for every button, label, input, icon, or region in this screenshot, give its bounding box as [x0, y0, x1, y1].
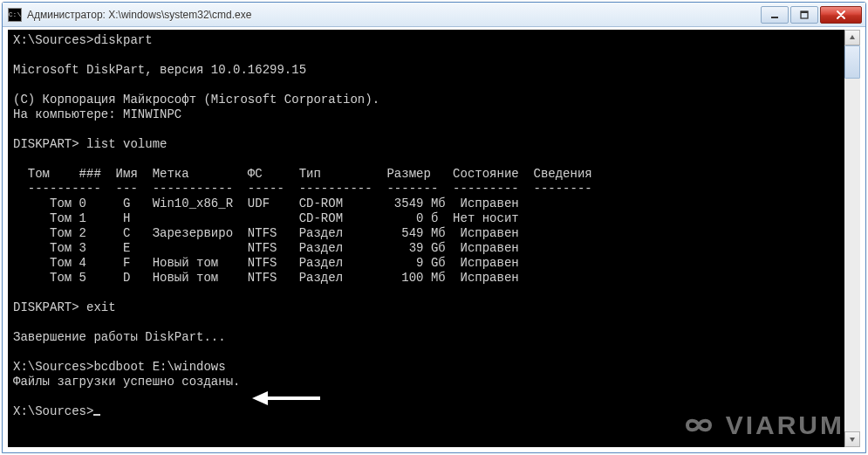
- scroll-thumb[interactable]: [844, 45, 860, 79]
- minimize-button[interactable]: [761, 6, 789, 24]
- window-buttons: [761, 6, 862, 24]
- cmd-window: C:\ Администратор: X:\windows\system32\c…: [2, 2, 866, 453]
- line: ---------- --- ----------- ----- -------…: [13, 182, 592, 196]
- maximize-button[interactable]: [790, 6, 818, 24]
- window-title: Администратор: X:\windows\system32\cmd.e…: [27, 9, 761, 21]
- line: X:\Sources>bcdboot E:\windows: [13, 360, 226, 374]
- svg-rect-2: [801, 11, 808, 13]
- line: DISKPART> exit: [13, 300, 116, 314]
- svg-marker-5: [850, 35, 855, 39]
- line: Том 5 D Новый том NTFS Раздел 100 Мб Исп…: [13, 271, 519, 285]
- close-button[interactable]: [820, 6, 862, 24]
- vertical-scrollbar[interactable]: [844, 30, 860, 447]
- line: Том 0 G Win10_x86_R UDF CD-ROM 3549 Мб И…: [13, 196, 519, 210]
- line: Том 2 C Зарезервиро NTFS Раздел 549 Мб И…: [13, 226, 519, 240]
- line: DISKPART> list volume: [13, 137, 167, 151]
- console-frame: X:\Sources>diskpart Microsoft DiskPart, …: [8, 30, 860, 447]
- console-output[interactable]: X:\Sources>diskpart Microsoft DiskPart, …: [8, 30, 844, 447]
- client-area: X:\Sources>diskpart Microsoft DiskPart, …: [6, 28, 862, 449]
- svg-rect-0: [771, 17, 778, 18]
- scroll-track[interactable]: [844, 45, 860, 431]
- scroll-down-button[interactable]: [844, 431, 860, 447]
- line: Том ### Имя Метка ФС Тип Размер Состояни…: [13, 167, 592, 181]
- line: Том 1 H CD-ROM 0 б Нет носит: [13, 211, 519, 225]
- line: На компьютере: MINWINPC: [13, 107, 181, 121]
- scroll-up-button[interactable]: [844, 30, 860, 45]
- line: Том 3 E NTFS Раздел 39 Gб Исправен: [13, 241, 519, 255]
- line: X:\Sources>: [13, 404, 93, 418]
- app-icon: C:\: [8, 8, 22, 22]
- svg-marker-6: [850, 438, 855, 442]
- line: X:\Sources>diskpart: [13, 33, 153, 47]
- line: (C) Корпорация Майкрософт (Microsoft Cor…: [13, 93, 379, 107]
- line: Microsoft DiskPart, версия 10.0.16299.15: [13, 63, 306, 77]
- line: Файлы загрузки успешно созданы.: [13, 375, 240, 389]
- line: Завершение работы DiskPart...: [13, 330, 226, 344]
- titlebar[interactable]: C:\ Администратор: X:\windows\system32\c…: [3, 3, 865, 27]
- cursor: [93, 414, 100, 416]
- line: Том 4 F Новый том NTFS Раздел 9 Gб Испра…: [13, 256, 519, 270]
